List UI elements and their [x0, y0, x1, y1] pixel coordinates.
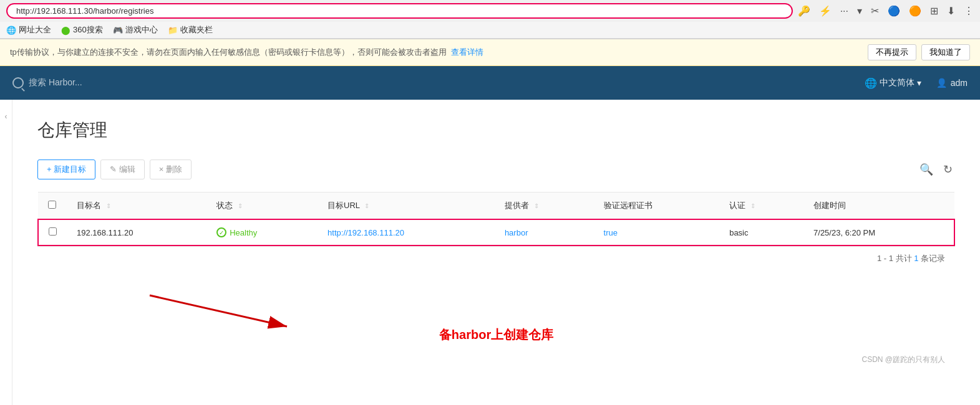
watermark: CSDN @蹉跎的只有别人: [37, 350, 955, 370]
header-status: 状态 ⇕: [206, 193, 318, 220]
header-provider: 提供者 ⇕: [495, 193, 594, 220]
new-target-button[interactable]: + 新建目标: [37, 160, 95, 179]
sidebar-toggle[interactable]: ‹: [0, 100, 12, 405]
more-icon[interactable]: ···: [840, 6, 848, 17]
header-verify-cert: 验证远程证书: [594, 193, 720, 220]
username: adm: [951, 78, 968, 88]
edit-button[interactable]: ✎ 编辑: [100, 160, 145, 179]
chevron-down-icon: ▾: [917, 78, 921, 88]
row-auth: basic: [719, 219, 803, 245]
cut-icon: ✂: [871, 5, 879, 17]
search-placeholder: 搜索 Harbor...: [29, 77, 82, 88]
main-content: 仓库管理 + 新建目标 ✎ 编辑 × 删除 🔍 ↻ 目标名 ⇕: [12, 100, 980, 405]
pagination-text: 1 - 1 共计 1 条记录: [877, 254, 945, 263]
dont-show-again-button[interactable]: 不再提示: [868, 44, 916, 60]
key-icon: 🔑: [798, 5, 810, 17]
user-icon: 👤: [936, 78, 947, 88]
annotation-area: 备harbor上创建仓库: [37, 270, 955, 350]
download-icon: ⬇: [947, 5, 955, 17]
sort-icon: ⇕: [238, 202, 243, 209]
sort-icon: ⇕: [106, 202, 111, 209]
bookmark-wangzhi[interactable]: 🌐 网址大全: [6, 24, 51, 36]
row-name: 192.168.111.20: [67, 219, 206, 245]
address-bar: http://192.168.111.30/harbor/registries …: [0, 0, 980, 22]
header-auth: 认证 ⇕: [719, 193, 803, 220]
table-row: 192.168.111.20 ✓ Healthy http://192.168.…: [38, 219, 954, 245]
ext1-icon: 🔵: [888, 5, 900, 17]
row-url-link[interactable]: http://192.168.111.20: [327, 228, 404, 237]
dots-icon[interactable]: ⋮: [964, 5, 974, 17]
bookmark-label: 收藏夹栏: [180, 24, 213, 36]
security-warning-bar: tp传输协议，与你建立的连接不安全，请勿在页面内输入任何敏感信息（密码或银行卡信…: [0, 39, 980, 66]
bookmark-360[interactable]: ⬤ 360搜索: [61, 24, 103, 36]
status-text: Healthy: [230, 228, 257, 237]
toolbar-right: 🔍 ↻: [917, 160, 955, 179]
security-warning-buttons: 不再提示 我知道了: [868, 44, 970, 60]
table-toolbar: + 新建目标 ✎ 编辑 × 删除 🔍 ↻: [37, 160, 955, 179]
row-status: ✓ Healthy: [206, 219, 318, 245]
row-checkbox-cell: [38, 219, 67, 245]
header-url: 目标URL ⇕: [318, 193, 495, 220]
search-icon: [12, 77, 24, 88]
header-created: 创建时间: [803, 193, 954, 220]
table-body: 192.168.111.20 ✓ Healthy http://192.168.…: [38, 219, 954, 245]
harbor-navbar: 搜索 Harbor... 🌐 中文简体 ▾ 👤 adm: [0, 66, 980, 100]
header-checkbox: [38, 193, 67, 220]
navbar-right: 🌐 中文简体 ▾ 👤 adm: [865, 77, 968, 89]
ext2-icon: 🟠: [909, 5, 921, 17]
url-text: http://192.168.111.30/harbor/registries: [16, 6, 153, 16]
annotation-label: 备harbor上创建仓库: [439, 328, 553, 341]
bookmark-games[interactable]: 🎮 游戏中心: [113, 24, 158, 36]
select-all-checkbox[interactable]: [48, 201, 56, 209]
row-created: 7/25/23, 6:20 PM: [803, 219, 954, 245]
bookmark-icon: 🌐: [6, 26, 16, 35]
globe-icon: 🌐: [865, 77, 877, 89]
security-warning-text: tp传输协议，与你建立的连接不安全，请勿在页面内输入任何敏感信息（密码或银行卡信…: [10, 47, 868, 58]
user-menu[interactable]: 👤 adm: [936, 78, 968, 88]
sort-icon: ⇕: [750, 202, 755, 209]
bookmark-label: 游戏中心: [125, 24, 158, 36]
row-provider-link[interactable]: harbor: [505, 228, 528, 237]
lightning-icon: ⚡: [819, 5, 832, 17]
row-url: http://192.168.111.20: [318, 219, 495, 245]
page-layout: ‹ 仓库管理 + 新建目标 ✎ 编辑 × 删除 🔍 ↻ 目标名: [0, 100, 980, 405]
chevron-down-icon[interactable]: ▾: [857, 5, 862, 17]
registries-table: 目标名 ⇕ 状态 ⇕ 目标URL ⇕ 提供者 ⇕: [37, 192, 955, 246]
360-icon: ⬤: [61, 26, 70, 35]
sort-icon: ⇕: [534, 202, 539, 209]
pagination-highlight: 1: [914, 254, 918, 263]
grid-icon: ⊞: [930, 5, 938, 17]
refresh-button[interactable]: ↻: [941, 160, 955, 179]
table-header: 目标名 ⇕ 状态 ⇕ 目标URL ⇕ 提供者 ⇕: [38, 193, 954, 220]
bookmarks-bar: 🌐 网址大全 ⬤ 360搜索 🎮 游戏中心 📁 收藏夹栏: [0, 22, 980, 39]
language-label: 中文简体: [880, 77, 915, 88]
status-healthy: ✓ Healthy: [216, 227, 308, 237]
row-verify-cert-link[interactable]: true: [604, 228, 618, 237]
page-title: 仓库管理: [37, 118, 955, 142]
language-selector[interactable]: 🌐 中文简体 ▾: [865, 77, 921, 89]
row-provider: harbor: [495, 219, 594, 245]
status-check-icon: ✓: [216, 227, 226, 237]
bookmark-label: 网址大全: [19, 24, 51, 36]
row-checkbox[interactable]: [49, 227, 57, 236]
warning-detail-link[interactable]: 查看详情: [451, 47, 483, 57]
browser-chrome: http://192.168.111.30/harbor/registries …: [0, 0, 980, 39]
search-button[interactable]: 🔍: [917, 160, 936, 179]
bookmark-label: 360搜索: [73, 24, 103, 36]
pagination: 1 - 1 共计 1 条记录: [37, 246, 955, 270]
svg-line-1: [150, 295, 287, 326]
warning-message: tp传输协议，与你建立的连接不安全，请勿在页面内输入任何敏感信息（密码或银行卡信…: [10, 47, 447, 57]
browser-toolbar-icons: 🔑 ⚡ ··· ▾ ✂ 🔵 🟠 ⊞ ⬇ ⋮: [798, 5, 974, 17]
url-box[interactable]: http://192.168.111.30/harbor/registries: [6, 3, 793, 19]
row-verify-cert: true: [594, 219, 720, 245]
annotation-text-area: 备harbor上创建仓库: [37, 326, 955, 343]
games-icon: 🎮: [113, 26, 123, 35]
sort-icon: ⇕: [364, 202, 369, 209]
search-area[interactable]: 搜索 Harbor...: [12, 77, 865, 88]
folder-icon: 📁: [168, 26, 178, 35]
bookmark-favorites[interactable]: 📁 收藏夹栏: [168, 24, 213, 36]
delete-button[interactable]: × 删除: [150, 160, 192, 179]
i-know-button[interactable]: 我知道了: [921, 44, 970, 60]
header-name: 目标名 ⇕: [67, 193, 206, 220]
